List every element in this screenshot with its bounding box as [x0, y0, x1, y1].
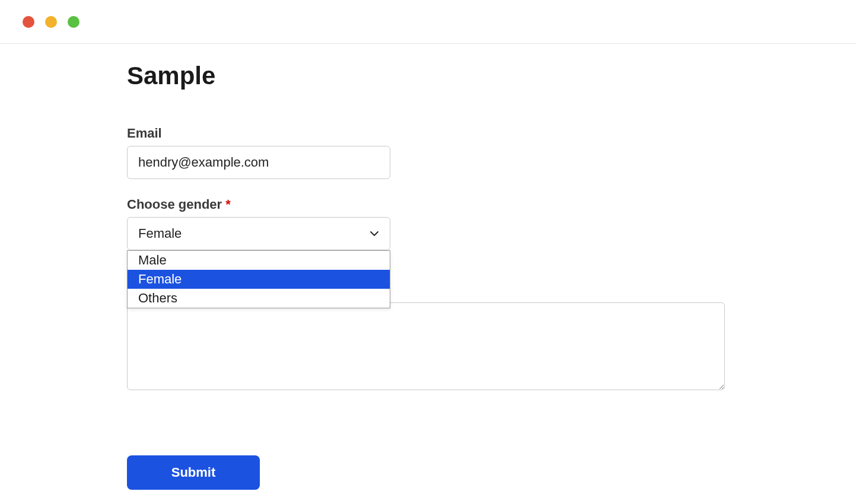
gender-dropdown-panel: Male Female Others: [127, 250, 390, 308]
email-field-group: Email: [127, 126, 729, 179]
gender-select[interactable]: Female: [127, 217, 390, 250]
chevron-down-icon: [370, 229, 379, 238]
gender-select-value: Female: [138, 226, 182, 241]
window-titlebar: [0, 0, 856, 44]
form-container: Sample Email Choose gender * Female Male…: [0, 44, 856, 490]
email-label: Email: [127, 126, 729, 141]
gender-option-male[interactable]: Male: [128, 251, 390, 270]
comments-textarea[interactable]: [127, 302, 725, 390]
required-star-icon: *: [225, 197, 231, 212]
minimize-window-button[interactable]: [45, 16, 57, 28]
comments-field-group: [127, 302, 729, 393]
gender-field-group: Choose gender * Female Male Female Other…: [127, 197, 729, 393]
maximize-window-button[interactable]: [68, 16, 79, 28]
gender-option-female[interactable]: Female: [128, 270, 390, 289]
gender-option-others[interactable]: Others: [128, 289, 390, 308]
submit-button[interactable]: Submit: [127, 455, 260, 490]
gender-label-text: Choose gender: [127, 197, 222, 212]
email-field[interactable]: [127, 146, 390, 179]
page-title: Sample: [127, 62, 729, 90]
gender-label: Choose gender *: [127, 197, 729, 212]
close-window-button[interactable]: [23, 16, 34, 28]
